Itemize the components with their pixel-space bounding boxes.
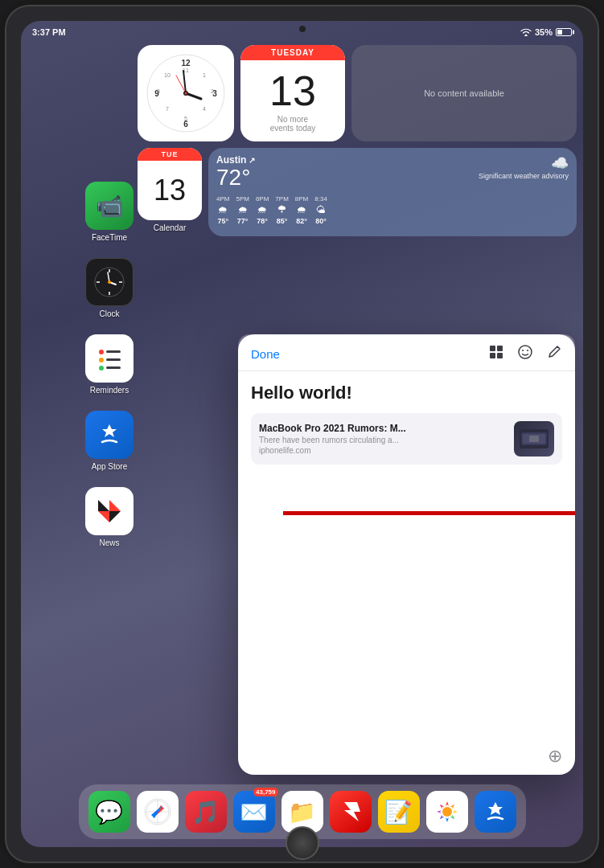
small-calendar-label: Calendar [154,223,187,232]
battery-percent: 35% [535,27,553,37]
news-icon[interactable] [85,487,134,535]
svg-point-40 [527,350,528,351]
forecast-item-2: 6PM 🌧 78° [256,195,269,225]
small-cal-day-name: TUE [162,150,179,158]
calendar-no-events: No moreevents today [270,115,316,133]
dock-messages[interactable]: 💬 [88,791,130,833]
calendar-day-number: 13 [269,70,316,112]
calendar-widget[interactable]: TUESDAY 13 No moreevents today [240,45,345,141]
dock-notes[interactable]: 📝 [378,791,420,833]
note-link-card[interactable]: MacBook Pro 2021 Rumors: M... There have… [251,413,562,465]
dock-music[interactable]: 🎵 [185,791,227,833]
forecast-item-4: 8PM 🌧 82° [295,195,308,225]
svg-text:5: 5 [184,116,187,121]
edit-icon[interactable] [546,344,562,364]
front-camera [299,26,306,32]
arrow-line [283,511,575,515]
svg-point-10 [99,358,104,362]
svg-rect-34 [490,346,495,351]
note-link-domain: iphonelife.com [259,446,506,455]
note-toolbar: Done [238,334,575,371]
weather-temperature: 72° [216,166,255,190]
battery-icon [556,28,572,36]
svg-point-9 [99,350,104,354]
appstore-icon[interactable] [85,411,134,459]
note-link-desc: There have been rumors circulating a... [259,436,506,444]
facetime-icon[interactable]: 📹 [85,182,134,230]
status-right: 35% [520,27,572,37]
widgets-row-2: TUE 13 Calendar Austin ↗ [138,148,577,236]
note-done-button[interactable]: Done [251,347,280,361]
dock-appstore2[interactable] [475,791,516,833]
small-cal-body: 13 [138,161,202,220]
mail-badge: 43,759 [253,788,277,796]
facetime-label: FaceTime [92,233,127,242]
dock-spark[interactable] [330,791,372,833]
svg-rect-12 [106,350,121,353]
dock-mail[interactable]: ✉️ 43,759 [233,791,275,833]
svg-text:10: 10 [164,72,171,78]
battery-fill [557,30,562,35]
svg-point-33 [185,92,187,95]
gray-widget: No content available [351,45,577,141]
weather-location: Austin ↗ [216,154,255,166]
app-item-clock[interactable]: Clock [29,258,190,318]
status-time: 3:37 PM [32,27,66,37]
note-popup[interactable]: Done [238,334,575,775]
note-toolbar-icons [488,344,562,364]
note-link-title: MacBook Pro 2021 Rumors: M... [259,423,506,434]
svg-text:4: 4 [203,106,206,112]
svg-point-11 [99,366,104,371]
home-button[interactable] [286,826,319,860]
svg-text:12: 12 [181,59,191,68]
svg-rect-13 [106,358,121,361]
dock-photos[interactable] [426,791,468,833]
note-link-info: MacBook Pro 2021 Rumors: M... There have… [259,423,506,455]
small-calendar[interactable]: TUE 13 [138,148,202,220]
svg-rect-44 [529,436,539,442]
svg-text:1: 1 [203,72,206,78]
small-cal-header: TUE [138,148,202,161]
ipad-frame: 3:37 PM 35% 📹 [0,0,604,868]
weather-widget[interactable]: Austin ↗ 72° ☁️ Significant weather advi… [208,148,577,236]
small-calendar-container[interactable]: TUE 13 Calendar [138,148,202,236]
appstore-label: App Store [92,462,127,471]
status-bar: 3:37 PM 35% [21,21,583,43]
app-item-reminders[interactable]: Reminders [29,334,190,395]
app-item-appstore[interactable]: App Store [29,411,190,471]
svg-point-51 [442,807,452,817]
calendar-header: TUESDAY [240,45,345,60]
svg-point-39 [522,350,524,351]
notes-logo-icon: ⊕ [548,746,562,767]
dock-safari[interactable] [137,791,179,833]
svg-text:7: 7 [166,106,169,112]
forecast-item-0: 4PM 🌧 75° [216,195,229,225]
forecast-item-1: 5PM 🌧 77° [236,195,249,225]
svg-point-38 [519,346,532,358]
widgets-row-1: 12 3 6 9 11 1 2 4 5 7 8 10 [138,45,577,141]
note-content[interactable]: Hello world! MacBook Pro 2021 Rumors: M.… [238,371,575,738]
ipad-screen: 3:37 PM 35% 📹 [21,21,583,847]
svg-point-0 [525,35,527,36]
reminders-label: Reminders [90,386,129,395]
red-arrow [283,502,575,524]
forecast-item-5: 8:34 🌤 80° [314,195,327,225]
emoji-icon[interactable] [517,344,533,364]
svg-rect-35 [497,346,503,351]
grid-icon[interactable] [488,344,504,364]
wifi-icon [520,28,532,36]
news-label: News [99,538,119,547]
svg-point-8 [108,280,111,284]
svg-text:8: 8 [157,88,160,94]
widgets-area: 12 3 6 9 11 1 2 4 5 7 8 10 [138,45,577,236]
note-footer: ⊕ [238,738,575,775]
app-item-news[interactable]: News [29,487,190,547]
clock-widget[interactable]: 12 3 6 9 11 1 2 4 5 7 8 10 [138,45,234,141]
clock-icon[interactable] [85,258,134,306]
small-cal-day-number: 13 [154,176,186,205]
svg-text:2: 2 [211,88,214,94]
clock-label: Clock [99,309,119,318]
calendar-body: 13 No moreevents today [240,60,345,141]
reminders-icon[interactable] [85,334,134,383]
note-link-thumbnail [514,421,554,457]
